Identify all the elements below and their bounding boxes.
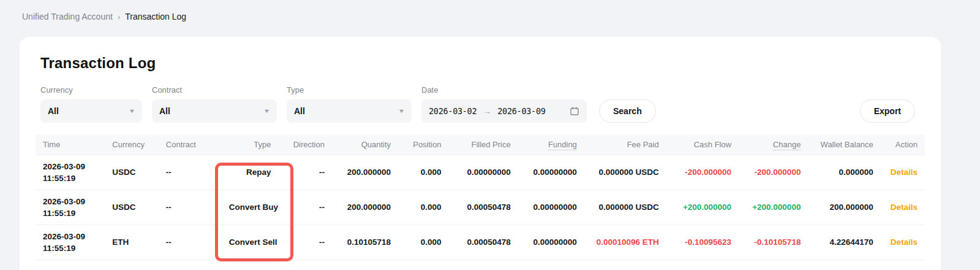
- contract-cell: --: [159, 225, 222, 260]
- contract-cell: --: [159, 190, 222, 225]
- type-cell: Repay: [222, 155, 279, 190]
- time-cell: 2026-03-0911:55:19: [36, 190, 105, 225]
- date-filter-label: Date: [421, 85, 587, 94]
- contract-cell: --: [159, 155, 222, 190]
- breadcrumb-current: Transaction Log: [125, 12, 186, 21]
- funding-cell: 0.00000000: [518, 190, 584, 225]
- time-cell: 2026-03-0911:55:19: [36, 155, 105, 190]
- direction-cell: --: [278, 155, 332, 190]
- fee-paid-cell: 0.000000 USDC: [584, 190, 666, 225]
- chevron-down-icon: ▼: [398, 108, 405, 114]
- change-cell: +200.000000: [739, 190, 808, 225]
- table-row: 2026-03-0911:55:19 ETH -- Convert Sell -…: [36, 225, 925, 260]
- currency-filter-label: Currency: [40, 85, 142, 94]
- column-header-fee-paid: Fee Paid: [584, 135, 666, 155]
- details-link[interactable]: Details: [891, 168, 918, 177]
- type-filter-label: Type: [287, 85, 412, 94]
- funding-cell: 0.00000000: [518, 155, 584, 190]
- position-cell: 0.000: [398, 155, 448, 190]
- wallet-balance-cell: 4.22644170: [808, 225, 880, 260]
- column-header-filled-price: Filled Price: [448, 135, 518, 155]
- currency-cell: ETH: [105, 225, 159, 260]
- column-header-currency: Currency: [105, 135, 159, 155]
- column-header-direction: Direction: [278, 135, 332, 155]
- date-range-picker[interactable]: 2026-03-02 → 2026-03-09: [421, 99, 587, 123]
- type-cell: Convert Sell: [222, 225, 279, 260]
- currency-cell: USDC: [105, 155, 159, 190]
- breadcrumb-separator-icon: ›: [118, 12, 120, 21]
- table-header-row: Time Currency Contract Type Direction Qu…: [36, 135, 925, 155]
- breadcrumb-parent[interactable]: Unified Trading Account: [22, 12, 113, 21]
- change-cell: -0.10105718: [739, 225, 808, 260]
- direction-cell: --: [278, 190, 332, 225]
- transaction-table: Time Currency Contract Type Direction Qu…: [36, 135, 925, 260]
- currency-select[interactable]: All ▼: [40, 99, 142, 123]
- date-filter-group: Date 2026-03-02 → 2026-03-09: [421, 85, 587, 123]
- arrow-right-icon: →: [483, 106, 491, 116]
- column-header-quantity: Quantity: [332, 135, 398, 155]
- contract-select[interactable]: All ▼: [152, 99, 277, 123]
- wallet-balance-cell: 0.000000: [808, 155, 880, 190]
- quantity-cell: 0.10105718: [332, 225, 398, 260]
- type-select[interactable]: All ▼: [287, 99, 412, 123]
- column-header-position: Position: [398, 135, 448, 155]
- funding-cell: 0.00000000: [518, 225, 584, 260]
- export-button[interactable]: Export: [860, 99, 915, 123]
- currency-select-value: All: [48, 106, 59, 116]
- cash-flow-cell: -200.000000: [666, 155, 739, 190]
- calendar-icon: [570, 106, 579, 116]
- quantity-cell: 200.000000: [332, 190, 398, 225]
- table-row: 2026-03-0911:55:19 USDC -- Repay -- 200.…: [36, 155, 925, 190]
- action-cell: Details: [881, 225, 925, 260]
- column-header-type: Type: [222, 135, 279, 155]
- contract-filter-group: Contract All ▼: [152, 85, 277, 123]
- contract-select-value: All: [159, 106, 170, 116]
- fee-paid-cell: 0.00010096 ETH: [584, 225, 666, 260]
- page-title: Transaction Log: [40, 37, 920, 72]
- type-select-value: All: [294, 106, 305, 116]
- action-cell: Details: [881, 190, 925, 225]
- column-header-time: Time: [36, 135, 105, 155]
- time-cell: 2026-03-0911:55:19: [36, 225, 105, 260]
- column-header-wallet-balance: Wallet Balance: [808, 135, 880, 155]
- position-cell: 0.000: [398, 225, 448, 260]
- column-header-contract: Contract: [159, 135, 222, 155]
- filled-price-cell: 0.00050478: [448, 190, 518, 225]
- contract-filter-label: Contract: [152, 85, 277, 94]
- change-cell: -200.000000: [739, 155, 808, 190]
- direction-cell: --: [278, 225, 332, 260]
- cash-flow-cell: -0.10095623: [666, 225, 739, 260]
- date-end-value: 2026-03-09: [497, 106, 545, 116]
- filled-price-cell: 0.00000000: [448, 155, 518, 190]
- currency-filter-group: Currency All ▼: [40, 85, 142, 123]
- cash-flow-cell: +200.000000: [666, 190, 739, 225]
- filters-bar: Currency All ▼ Contract All ▼ Type All ▼: [40, 85, 920, 123]
- filled-price-cell: 0.00050478: [448, 225, 518, 260]
- column-header-change: Change: [739, 135, 808, 155]
- type-cell: Convert Buy: [222, 190, 279, 225]
- search-button[interactable]: Search: [599, 99, 656, 123]
- column-header-cash-flow: Cash Flow: [666, 135, 739, 155]
- currency-cell: USDC: [105, 190, 159, 225]
- chevron-down-icon: ▼: [129, 108, 136, 114]
- details-link[interactable]: Details: [891, 202, 918, 212]
- action-cell: Details: [881, 155, 925, 190]
- position-cell: 0.000: [398, 190, 448, 225]
- column-header-action: Action: [881, 135, 925, 155]
- details-link[interactable]: Details: [891, 237, 918, 247]
- table-row: 2026-03-0911:55:19 USDC -- Convert Buy -…: [36, 190, 925, 225]
- quantity-cell: 200.000000: [332, 155, 398, 190]
- date-start-value: 2026-03-02: [429, 106, 477, 116]
- breadcrumb: Unified Trading Account › Transaction Lo…: [0, 0, 980, 21]
- chevron-down-icon: ▼: [263, 108, 271, 114]
- transaction-log-card: Transaction Log Currency All ▼ Contract …: [20, 37, 941, 270]
- fee-paid-cell: 0.000000 USDC: [584, 155, 666, 190]
- column-header-funding: Funding: [518, 135, 584, 155]
- wallet-balance-cell: 200.000000: [808, 190, 880, 225]
- type-filter-group: Type All ▼: [287, 85, 412, 123]
